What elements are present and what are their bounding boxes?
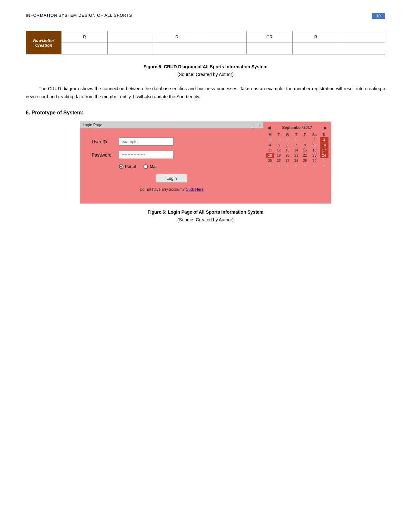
calendar-day[interactable]: 18 <box>266 153 275 158</box>
table-cell <box>339 31 385 43</box>
calendar-month: September-2017 <box>282 125 312 130</box>
calendar-day[interactable]: 29 <box>274 137 283 142</box>
calendar-header: ◀ September-2017 ▶ <box>266 125 328 130</box>
calendar-day[interactable]: 14 <box>292 148 300 153</box>
calendar-day[interactable]: 22 <box>300 153 309 158</box>
calendar-day[interactable]: 1 <box>300 137 309 142</box>
calendar-day[interactable]: 3 <box>320 137 328 142</box>
page-number: 10 <box>372 13 385 19</box>
calendar-day[interactable]: 7 <box>309 163 319 168</box>
userid-row: User ID <box>92 138 252 146</box>
day-S: S <box>320 132 328 137</box>
calendar-day[interactable]: 2 <box>309 137 319 142</box>
mail-radio-dot[interactable] <box>143 164 148 169</box>
table-cell: R <box>62 31 108 43</box>
login-window: Login Page _ □ × User ID Password <box>80 122 263 203</box>
calendar-grid: M T W T F Sa S 2829303112345678910111213… <box>266 132 328 168</box>
calendar-week: 28293031123 <box>266 137 328 142</box>
calendar-day[interactable]: 9 <box>309 142 319 148</box>
close-button[interactable]: × <box>259 123 260 127</box>
calendar-day[interactable]: 15 <box>300 148 309 153</box>
calendar-week: 18192021222324 <box>266 153 328 158</box>
calendar-week: 11121314151617 <box>266 148 328 153</box>
calendar-week: 2345678 <box>266 163 328 168</box>
table-cell <box>62 43 108 54</box>
window-titlebar: Login Page _ □ × <box>80 122 263 129</box>
calendar-day[interactable]: 17 <box>320 148 328 153</box>
figure5-source: (Source: Created by Author) <box>26 72 385 77</box>
calendar-day[interactable]: 13 <box>283 148 292 153</box>
radio-row: Portal Mail <box>119 164 252 169</box>
calendar-day[interactable]: 3 <box>274 163 283 168</box>
calendar-day[interactable]: 28 <box>292 158 300 163</box>
calendar-day[interactable]: 26 <box>274 158 283 163</box>
minimize-button[interactable]: _ <box>252 123 254 127</box>
window-title: Login Page <box>83 123 103 127</box>
table-row-2 <box>26 43 385 54</box>
mail-label: Mail <box>150 164 157 169</box>
table-cell <box>246 43 292 54</box>
calendar-day[interactable]: 4 <box>266 142 275 148</box>
table-cell <box>200 43 246 54</box>
day-W: W <box>283 132 292 137</box>
calendar-day[interactable]: 5 <box>292 163 300 168</box>
table-cell: R <box>293 31 339 43</box>
password-input[interactable] <box>119 151 174 159</box>
calendar-day[interactable]: 20 <box>283 153 292 158</box>
userid-input[interactable] <box>119 138 174 146</box>
password-row: Password <box>92 151 252 159</box>
calendar-day[interactable]: 8 <box>320 163 328 168</box>
calendar-day[interactable]: 8 <box>300 142 309 148</box>
calendar-day[interactable]: 25 <box>266 158 275 163</box>
page: INFORMATION SYSTEM DESIGN OF ALL SPORTS … <box>0 0 411 532</box>
calendar-day[interactable]: 19 <box>274 153 283 158</box>
maximize-button[interactable]: □ <box>255 123 257 127</box>
calendar-day[interactable]: 27 <box>283 158 292 163</box>
table-cell <box>154 43 200 54</box>
radio-portal[interactable]: Portal <box>119 164 136 169</box>
password-label: Password <box>92 152 115 158</box>
table-row: Newsletter Creation R R CR R <box>26 31 385 43</box>
login-button[interactable]: Login <box>156 174 188 183</box>
click-here-link[interactable]: Click Here <box>186 187 203 192</box>
login-btn-row: Login <box>92 174 252 183</box>
calendar-day[interactable]: 12 <box>274 148 283 153</box>
radio-mail[interactable]: Mail <box>143 164 157 169</box>
calendar-day[interactable]: 2 <box>266 163 275 168</box>
calendar-week: 2526272829301 <box>266 158 328 163</box>
calendar-day[interactable]: 16 <box>309 148 319 153</box>
calendar-prev[interactable]: ◀ <box>266 125 272 130</box>
calendar-day[interactable]: 10 <box>320 142 328 148</box>
calendar-day[interactable]: 1 <box>320 158 328 163</box>
portal-radio-dot[interactable] <box>119 164 123 169</box>
calendar-next[interactable]: ▶ <box>322 125 328 130</box>
table-cell <box>293 43 339 54</box>
calendar-day[interactable]: 30 <box>309 158 319 163</box>
figure6-source: (Source: Created by Author) <box>26 217 385 222</box>
calendar-day[interactable]: 7 <box>292 142 300 148</box>
newsletter-line1: Newsletter <box>33 38 54 43</box>
portal-label: Portal <box>125 164 136 169</box>
calendar-day[interactable]: 24 <box>320 153 328 158</box>
calendar-day[interactable]: 6 <box>300 163 309 168</box>
day-M: M <box>266 132 275 137</box>
calendar-day[interactable]: 11 <box>266 148 275 153</box>
calendar-day[interactable]: 30 <box>283 137 292 142</box>
day-Sa: Sa <box>309 132 319 137</box>
figure5-caption: Figure 5: CRUD Diagram of All Sports Inf… <box>26 64 385 69</box>
calendar-day[interactable]: 31 <box>292 137 300 142</box>
table-cell: R <box>154 31 200 43</box>
calendar-day[interactable]: 28 <box>266 137 275 142</box>
calendar-day[interactable]: 6 <box>283 142 292 148</box>
calendar-day[interactable]: 5 <box>274 142 283 148</box>
login-content: User ID Password Portal Mail <box>80 129 263 203</box>
no-account-text: Do not have any account? <box>140 187 184 192</box>
calendar-days-header: M T W T F Sa S <box>266 132 328 137</box>
calendar-day[interactable]: 29 <box>300 158 309 163</box>
userid-label: User ID <box>92 139 115 144</box>
section-heading: 6. Prototype of System: <box>26 110 385 116</box>
body-paragraph: The CRUD diagram shows the connection be… <box>26 85 385 101</box>
calendar-day[interactable]: 21 <box>292 153 300 158</box>
calendar-day[interactable]: 4 <box>283 163 292 168</box>
calendar-day[interactable]: 23 <box>309 153 319 158</box>
